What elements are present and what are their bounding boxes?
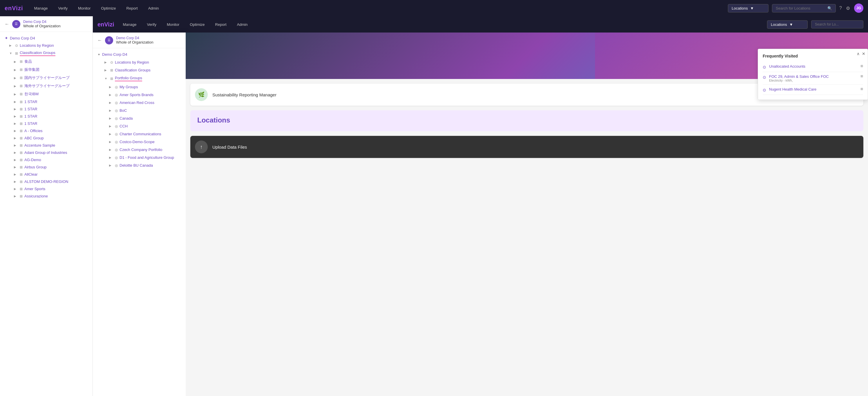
dropdown-tree: ✦ Demo Corp D4 ▶ ⊙ Locations by Region ▶… xyxy=(93,48,186,172)
locations-dropdown[interactable]: Locations ▼ xyxy=(728,4,769,12)
sidebar-item-1star-3[interactable]: ▶ ⊞ 1 STAR xyxy=(0,113,93,120)
arrow-icon: ▶ xyxy=(14,173,18,176)
sidebar-item-locations-region[interactable]: ▶ ⊙ Locations by Region xyxy=(0,42,93,49)
top-logo[interactable]: enVizi xyxy=(5,5,23,11)
dropdown-menu-icon[interactable]: ☰ xyxy=(105,36,113,45)
dropdown-item-deloitte[interactable]: ▶ ◎ Deloitte BU Canada xyxy=(93,162,186,169)
second-search-input[interactable] xyxy=(815,22,860,26)
help-icon[interactable]: ? xyxy=(839,5,842,11)
sidebar-item-democorp[interactable]: ✦ Demo Corp D4 xyxy=(0,34,93,42)
grid-icon: ⊞ xyxy=(20,107,23,111)
sidebar-item-adani[interactable]: ▶ ⊞ Adani Group of Industries xyxy=(0,149,93,156)
search-bar[interactable]: 🔍 xyxy=(772,4,836,12)
dropdown-item-my-groups[interactable]: ▶ ◎ My Groups xyxy=(93,83,186,91)
second-nav-verify[interactable]: Verify xyxy=(145,21,158,28)
sidebar-item-1star-1[interactable]: ▶ ⊞ 1 STAR xyxy=(0,98,93,105)
second-nav-optimize[interactable]: Optimize xyxy=(188,21,206,28)
second-search-bar[interactable] xyxy=(811,20,863,28)
sidebar-item-amer-sports[interactable]: ▶ ⊞ Amer Sports xyxy=(0,185,93,193)
sidebar-item-alstom[interactable]: ▶ ⊞ ALSTOM DEMO-REGION xyxy=(0,178,93,185)
settings-icon[interactable]: ⚙ xyxy=(846,5,850,11)
dropdown-item-locations-region[interactable]: ▶ ⊙ Locations by Region xyxy=(93,58,186,66)
org-link[interactable]: Demo Corp D4 xyxy=(23,20,61,24)
locations-card[interactable]: Locations xyxy=(190,110,863,131)
sidebar-item-domestic-supplier[interactable]: ▶ ⊞ 国内サプライヤーグループ xyxy=(0,74,93,82)
sidebar-item-1star-2[interactable]: ▶ ⊞ 1 STAR xyxy=(0,105,93,113)
sidebar-item-zhenhua[interactable]: ▶ ⊞ 振华集团 xyxy=(0,66,93,74)
sidebar-item-shokuhin[interactable]: ▶ ⊞ 食品 xyxy=(0,57,93,66)
fv-item-unallocated[interactable]: ⊙ Unallocated Accounts ⊞ xyxy=(763,62,863,72)
sidebar-item-airbus[interactable]: ▶ ⊞ Airbus Group xyxy=(0,164,93,171)
fv-label[interactable]: Unallocated Accounts xyxy=(769,64,858,68)
dropdown-item-costco[interactable]: ▶ ◎ Costco-Demo-Scope xyxy=(93,138,186,146)
search-input[interactable] xyxy=(776,6,825,10)
second-nav-report[interactable]: Report xyxy=(214,21,228,28)
dropdown-back-button[interactable]: ← xyxy=(97,38,102,43)
second-logo[interactable]: enVizi xyxy=(97,21,114,28)
portfolio-icon: ◎ xyxy=(115,93,118,97)
dropdown-item-boc[interactable]: ▶ ◎ BoC xyxy=(93,107,186,114)
nav-optimize[interactable]: Optimize xyxy=(99,5,118,11)
chevron-down-icon: ▼ xyxy=(750,6,754,10)
arrow-icon: ▶ xyxy=(104,68,108,72)
arrow-icon: ▶ xyxy=(14,93,18,96)
dropdown-item-portfolio-groups[interactable]: ▼ ⊞ Portfolio Groups xyxy=(93,74,186,83)
sidebar-item-accenture[interactable]: ▶ ⊞ Accenture Sample xyxy=(0,142,93,149)
upload-card[interactable]: ↑ Upload Data Files xyxy=(190,136,863,158)
fv-item-nugent[interactable]: ⊙ Nugent Health Medical Care ⊞ xyxy=(763,85,863,95)
arrow-icon: ▼ xyxy=(104,77,108,80)
nav-verify[interactable]: Verify xyxy=(56,5,69,11)
org-subtitle: Whole of Organization xyxy=(23,24,61,28)
second-nav-manage[interactable]: Manage xyxy=(121,21,138,28)
sidebar-item-abc-group[interactable]: ▶ ⊞ ABC Group xyxy=(0,135,93,142)
fv-arrow-icon: ⊞ xyxy=(861,74,863,78)
sidebar-item-1star-4[interactable]: ▶ ⊞ 1 STAR xyxy=(0,120,93,127)
dropdown-header: ← ☰ Demo Corp D4 Whole of Organization xyxy=(93,32,186,48)
dropdown-org-subtitle: Whole of Organization xyxy=(116,40,153,45)
nav-manage[interactable]: Manage xyxy=(32,5,49,11)
dropdown-item-classification-groups[interactable]: ▶ ⊞ Classification Groups xyxy=(93,66,186,74)
dropdown-item-d1-food[interactable]: ▶ ◎ D1 - Food and Agriculture Group xyxy=(93,153,186,162)
fv-sub: Electricity - kWh, xyxy=(769,79,858,82)
dropdown-item-democorp[interactable]: ✦ Demo Corp D4 xyxy=(93,51,186,58)
dropdown-item-canada[interactable]: ▶ ◎ Canada xyxy=(93,114,186,122)
nav-monitor[interactable]: Monitor xyxy=(76,5,92,11)
sidebar-item-overseas-supplier[interactable]: ▶ ⊞ 海外サプライヤーグループ xyxy=(0,82,93,90)
org-icon: ✦ xyxy=(97,53,100,57)
dropdown-item-amer-sports-brands[interactable]: ▶ ◎ Amer Sports Brands xyxy=(93,91,186,99)
grid-icon: ⊞ xyxy=(20,136,23,140)
location-icon: ⊙ xyxy=(763,88,766,92)
sidebar-item-a-officies[interactable]: ▶ ⊞ A - Officies xyxy=(0,127,93,135)
sidebar-item-korea-ibm[interactable]: ▶ ⊞ 한국IBM xyxy=(0,90,93,98)
dropdown-item-czech-company[interactable]: ▶ ◎ Czech Company Portfolio xyxy=(93,146,186,153)
grid-icon: ⊞ xyxy=(20,59,23,63)
dropdown-item-american-red-cross[interactable]: ▶ ◎ American Red Cross xyxy=(93,99,186,107)
dropdown-item-cch[interactable]: ▶ ◎ CCH xyxy=(93,122,186,130)
menu-icon[interactable]: ☰ xyxy=(12,20,20,28)
collapse-button[interactable]: ∧ xyxy=(857,51,860,56)
chevron-down-icon: ▼ xyxy=(789,22,793,27)
portfolio-icon: ◎ xyxy=(115,85,118,89)
grid-icon: ⊞ xyxy=(20,122,23,126)
second-locations-dropdown[interactable]: Locations ▼ xyxy=(767,20,808,29)
dropdown-item-charter-comms[interactable]: ▶ ◎ Charter Communications xyxy=(93,130,186,138)
sidebar-item-classification-groups[interactable]: ▼ ⊞ Classification Groups xyxy=(0,49,93,57)
grid-icon: ⊞ xyxy=(20,76,23,80)
fv-label[interactable]: Nugent Health Medical Care xyxy=(769,87,858,91)
close-button[interactable]: ✕ xyxy=(862,51,865,56)
user-avatar[interactable]: JG xyxy=(854,3,863,13)
fv-content: FOC 29, Admin & Sales Office FOC Electri… xyxy=(769,74,858,82)
back-button[interactable]: ← xyxy=(5,22,9,27)
dropdown-org-link[interactable]: Demo Corp D4 xyxy=(116,36,153,40)
fv-item-foc29[interactable]: ⊙ FOC 29, Admin & Sales Office FOC Elect… xyxy=(763,72,863,85)
sidebar-item-ag-demo[interactable]: ▶ ⊞ AG-Demo xyxy=(0,156,93,164)
sustainability-label: Sustainability Reporting Manager xyxy=(212,92,276,97)
second-nav-monitor[interactable]: Monitor xyxy=(165,21,181,28)
sidebar-item-allclear[interactable]: ▶ ⊞ AllClear xyxy=(0,171,93,178)
second-nav-admin[interactable]: Admin xyxy=(235,21,249,28)
nav-report[interactable]: Report xyxy=(125,5,140,11)
fv-label[interactable]: FOC 29, Admin & Sales Office FOC xyxy=(769,74,858,79)
sidebar-tree: ✦ Demo Corp D4 ▶ ⊙ Locations by Region ▼… xyxy=(0,32,93,202)
sidebar-item-assicurazione[interactable]: ▶ ⊞ Assicurazione xyxy=(0,193,93,200)
nav-admin[interactable]: Admin xyxy=(147,5,161,11)
